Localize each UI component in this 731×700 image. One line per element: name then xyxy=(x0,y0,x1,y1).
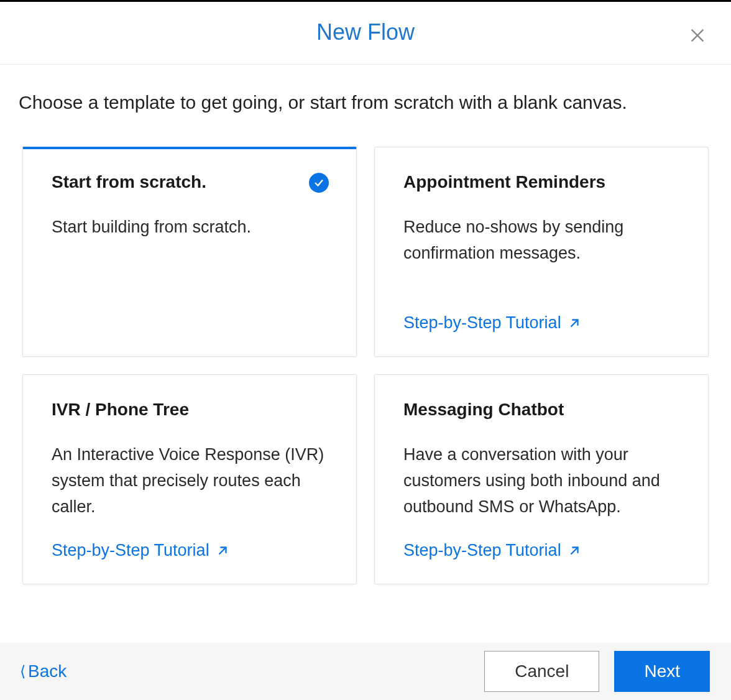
tutorial-link[interactable]: Step-by-Step Tutorial xyxy=(52,541,328,560)
back-link[interactable]: ⟨ Back xyxy=(20,661,67,681)
dialog-content: Choose a template to get going, or start… xyxy=(0,65,731,584)
card-description: Reduce no-shows by sending confirmation … xyxy=(403,214,679,298)
template-cards-grid: Start from scratch. Start building from … xyxy=(19,147,712,584)
close-icon xyxy=(689,27,706,44)
cancel-button[interactable]: Cancel xyxy=(484,651,599,692)
instruction-text: Choose a template to get going, or start… xyxy=(19,90,712,116)
dialog-header: New Flow xyxy=(0,2,731,65)
template-card-appointment-reminders[interactable]: Appointment Reminders Reduce no-shows by… xyxy=(374,147,709,357)
card-description: Have a conversation with your customers … xyxy=(403,442,679,526)
card-description: Start building from scratch. xyxy=(52,214,328,333)
back-label: Back xyxy=(28,661,67,681)
close-button[interactable] xyxy=(686,24,709,47)
card-title: IVR / Phone Tree xyxy=(52,400,328,420)
template-card-messaging-chatbot[interactable]: Messaging Chatbot Have a conversation wi… xyxy=(374,374,709,584)
external-link-icon xyxy=(568,544,581,558)
check-icon xyxy=(313,177,324,188)
tutorial-link-label: Step-by-Step Tutorial xyxy=(403,313,561,333)
footer-actions: Cancel Next xyxy=(484,651,710,692)
card-title: Appointment Reminders xyxy=(403,172,679,192)
next-button[interactable]: Next xyxy=(614,651,710,692)
template-card-ivr-phone-tree[interactable]: IVR / Phone Tree An Interactive Voice Re… xyxy=(22,374,357,584)
svg-line-3 xyxy=(219,547,226,554)
card-title: Start from scratch. xyxy=(52,172,328,192)
card-title: Messaging Chatbot xyxy=(403,400,679,420)
tutorial-link[interactable]: Step-by-Step Tutorial xyxy=(403,541,679,560)
tutorial-link[interactable]: Step-by-Step Tutorial xyxy=(403,313,679,333)
dialog-footer: ⟨ Back Cancel Next xyxy=(0,643,731,700)
template-card-scratch[interactable]: Start from scratch. Start building from … xyxy=(22,147,357,357)
card-description: An Interactive Voice Response (IVR) syst… xyxy=(52,442,328,526)
chevron-left-icon: ⟨ xyxy=(20,663,25,680)
tutorial-link-label: Step-by-Step Tutorial xyxy=(52,541,209,560)
svg-line-4 xyxy=(571,547,577,554)
tutorial-link-label: Step-by-Step Tutorial xyxy=(403,541,561,560)
selected-badge xyxy=(309,173,329,193)
svg-line-2 xyxy=(571,320,577,326)
dialog-title: New Flow xyxy=(0,19,731,45)
external-link-icon xyxy=(568,316,581,330)
external-link-icon xyxy=(216,544,229,558)
